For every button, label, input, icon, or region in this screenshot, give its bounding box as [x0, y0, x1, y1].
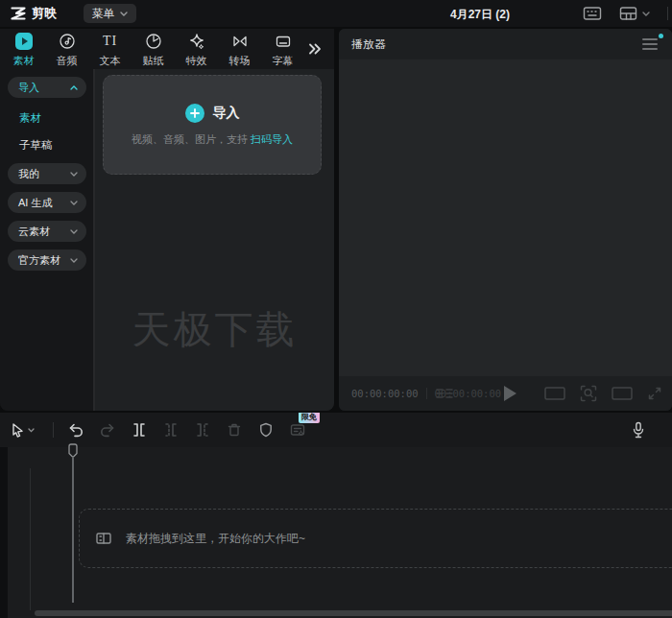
media-play-icon	[15, 33, 33, 50]
chevron-down-icon	[70, 201, 78, 205]
tab-media[interactable]: 素材	[2, 30, 45, 68]
chevron-down-icon	[70, 172, 78, 177]
redo-button[interactable]	[98, 420, 117, 440]
app-logo: 剪映	[10, 5, 57, 22]
timeline-toolbar: 限免	[0, 413, 672, 447]
sidebar-item-cloud-media[interactable]: 云素材	[8, 221, 86, 242]
tab-transitions[interactable]: 转场	[218, 30, 261, 68]
playhead[interactable]	[67, 443, 79, 459]
sidebar-item-ai-generate[interactable]: AI 生成	[8, 192, 86, 213]
import-subtitle-text: 视频、音频、图片，支持	[132, 133, 251, 145]
player-menu-icon[interactable]	[642, 38, 660, 50]
text-ti-icon: TI	[103, 34, 117, 49]
play-button[interactable]	[504, 386, 516, 401]
import-subtitle: 视频、音频、图片，支持 扫码导入	[132, 132, 293, 147]
timecodes: 00:00:00:00 00:00:00:00	[351, 376, 501, 411]
layout-panels-icon	[619, 6, 637, 21]
sparkle-star-icon	[188, 32, 205, 51]
sidebar-item-label: 云素材	[18, 225, 50, 239]
player-panel: 播放器 00:00:00:00 00:00:00:00	[339, 29, 672, 411]
chevron-up-icon	[70, 85, 78, 90]
project-title: 4月27日 (2)	[450, 7, 510, 23]
notification-dot	[659, 34, 663, 38]
timeline-empty-hint: 素材拖拽到这里，开始你的大作吧~	[126, 531, 305, 547]
media-tabbar: 素材 音频 TI 文本	[0, 29, 334, 69]
tab-captions-label: 字幕	[273, 54, 294, 68]
chevron-down-icon	[70, 258, 78, 263]
scan-import-link[interactable]: 扫码导入	[251, 133, 293, 145]
delete-left-button[interactable]	[161, 420, 180, 440]
menu-button[interactable]: 菜单	[84, 4, 136, 23]
sidebar-item-label: 官方素材	[18, 253, 60, 268]
tab-sticker[interactable]: 贴纸	[132, 30, 175, 68]
import-dropzone[interactable]: 导入 视频、音频、图片，支持 扫码导入	[103, 75, 322, 175]
player-controls: 00:00:00:00 00:00:00:00	[339, 376, 672, 411]
timeline[interactable]: 素材拖拽到这里，开始你的大作吧~	[0, 447, 672, 618]
timeline-section: 限免	[0, 413, 672, 618]
tab-captions[interactable]: 字幕	[261, 30, 304, 68]
split-button[interactable]	[130, 420, 149, 440]
capcut-window: 剪映 菜单 4月27日 (2)	[0, 0, 672, 618]
player-title: 播放器	[351, 36, 386, 53]
chevron-down-icon	[28, 428, 35, 433]
sidebar-item-media[interactable]: 素材	[8, 109, 86, 127]
chevron-down-icon	[70, 229, 78, 234]
bowtie-icon	[231, 32, 249, 51]
playhead-line	[72, 457, 74, 603]
sidebar-item-label: 素材	[19, 111, 41, 126]
chevron-down-icon	[120, 12, 128, 16]
tab-transitions-label: 转场	[229, 54, 251, 68]
sidebar-item-official-media[interactable]: 官方素材	[8, 250, 86, 271]
media-sidebar: 导入 素材 子草稿 我的	[0, 69, 93, 411]
tab-effects-label: 特效	[186, 54, 207, 68]
sidebar-item-label: 导入	[18, 81, 39, 95]
cursor-icon	[10, 422, 25, 439]
plus-icon	[185, 104, 204, 123]
sidebar-item-label: AI 生成	[18, 196, 52, 210]
fullscreen-icon[interactable]	[647, 386, 662, 401]
current-time: 00:00:00:00	[351, 388, 419, 399]
timeline-scrollbar[interactable]	[35, 610, 672, 616]
player-viewer[interactable]	[339, 59, 672, 376]
sticker-icon	[145, 32, 162, 51]
quality-icon[interactable]	[435, 387, 454, 400]
delete-right-button[interactable]	[193, 420, 212, 440]
capcut-logo-icon	[10, 5, 27, 22]
app-name: 剪映	[32, 5, 57, 22]
media-body: 导入 素材 子草稿 我的	[0, 69, 334, 411]
tab-audio[interactable]: 音频	[45, 30, 88, 68]
canvas-icon[interactable]	[612, 387, 633, 400]
ratio-icon[interactable]	[544, 387, 565, 400]
tab-sticker-label: 贴纸	[143, 54, 164, 68]
sidebar-item-subdraft[interactable]: 子草稿	[8, 136, 86, 154]
upper-section: 素材 音频 TI 文本	[0, 29, 672, 411]
free-badge: 限免	[299, 413, 320, 423]
toolbar-divider	[53, 422, 54, 438]
undo-button[interactable]	[66, 420, 85, 440]
tab-text[interactable]: TI 文本	[88, 30, 132, 68]
topbar-actions	[583, 0, 668, 27]
tab-effects[interactable]: 特效	[175, 30, 218, 68]
zoom-fit-icon[interactable]	[580, 385, 597, 402]
delete-button[interactable]	[225, 420, 244, 440]
expand-tabs-icon[interactable]	[307, 42, 323, 56]
mic-icon[interactable]	[632, 421, 645, 439]
watermark-text: 天极下载	[95, 303, 334, 356]
player-view-tools	[544, 376, 662, 411]
select-tool-button[interactable]	[10, 422, 40, 439]
layout-switcher[interactable]	[619, 6, 650, 21]
media-content: 导入 视频、音频、图片，支持 扫码导入 天极下载	[93, 69, 334, 411]
smart-captions-button[interactable]: 限免	[288, 420, 307, 440]
sidebar-item-mine[interactable]: 我的	[8, 163, 86, 184]
sidebar-item-label: 我的	[18, 167, 39, 181]
time-divider	[426, 388, 427, 399]
track-header-divider	[30, 468, 31, 610]
menu-button-label: 菜单	[92, 7, 114, 21]
shortcut-keys-icon[interactable]	[583, 6, 602, 21]
filmstrip-icon	[95, 531, 112, 546]
timeline-dropzone[interactable]: 素材拖拽到这里，开始你的大作吧~	[79, 509, 672, 568]
shield-icon[interactable]	[256, 420, 276, 440]
topbar: 剪映 菜单 4月27日 (2)	[0, 0, 672, 27]
sidebar-item-import[interactable]: 导入	[8, 77, 86, 98]
tab-audio-label: 音频	[57, 54, 78, 68]
